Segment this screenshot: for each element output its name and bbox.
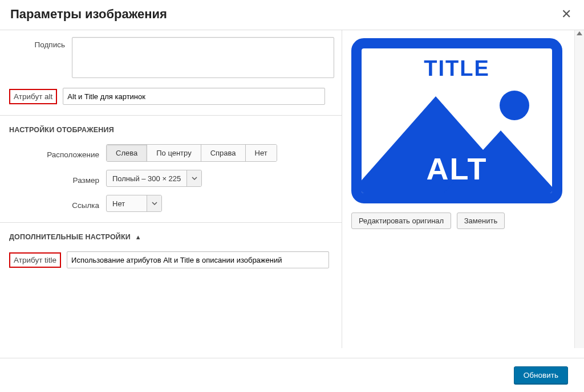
replace-button[interactable]: Заменить — [457, 213, 505, 229]
link-row: Ссылка Нет — [9, 195, 332, 212]
display-settings-heading: НАСТРОЙКИ ОТОБРАЖЕНИЯ — [9, 126, 332, 134]
alt-row: Атрибут alt — [9, 88, 332, 105]
size-select-value: Полный – 300 × 225 — [107, 170, 186, 186]
align-center-button[interactable]: По центру — [147, 145, 201, 161]
modal-header: Параметры изображения ✕ — [0, 0, 584, 30]
preview-alt-text: ALT — [427, 151, 488, 186]
align-none-button[interactable]: Нет — [246, 145, 277, 161]
advanced-section: ДОПОЛНИТЕЛЬНЫЕ НАСТРОЙКИ ▲ Атрибут title — [0, 223, 342, 279]
chevron-down-icon — [186, 170, 201, 186]
modal-title: Параметры изображения — [10, 7, 167, 22]
alt-label: Атрибут alt — [9, 89, 57, 104]
modal-body: Подпись Атрибут alt НАСТРОЙКИ ОТОБРАЖЕНИ… — [0, 30, 584, 348]
align-button-group: Слева По центру Справа Нет — [106, 144, 277, 162]
right-column: TITLE ALT Редактировать оригинал Заменит… — [342, 30, 584, 348]
align-left-button[interactable]: Слева — [107, 145, 147, 161]
left-column: Подпись Атрибут alt НАСТРОЙКИ ОТОБРАЖЕНИ… — [0, 30, 342, 348]
link-select[interactable]: Нет — [106, 195, 162, 212]
preview-title-text: TITLE — [424, 56, 490, 81]
modal-footer: Обновить — [0, 358, 584, 392]
title-attr-label: Атрибут title — [9, 252, 61, 268]
close-icon: ✕ — [561, 7, 571, 21]
link-label: Ссылка — [9, 198, 106, 210]
align-label: Расположение — [9, 147, 106, 159]
edit-original-button[interactable]: Редактировать оригинал — [351, 213, 451, 229]
scrollbar[interactable] — [574, 30, 584, 348]
align-row: Расположение Слева По центру Справа Нет — [9, 144, 332, 162]
alt-input[interactable] — [63, 88, 325, 105]
close-button[interactable]: ✕ — [559, 7, 574, 22]
preview-actions: Редактировать оригинал Заменить — [351, 213, 575, 229]
update-button[interactable]: Обновить — [514, 366, 568, 384]
size-select[interactable]: Полный – 300 × 225 — [106, 170, 202, 187]
caption-input[interactable] — [72, 37, 334, 78]
chevron-down-icon — [147, 195, 161, 211]
title-attr-input[interactable] — [67, 251, 329, 268]
caption-alt-section: Подпись Атрибут alt — [0, 30, 342, 116]
image-preview: TITLE ALT — [351, 38, 562, 203]
caption-row: Подпись — [9, 37, 332, 80]
display-settings-section: НАСТРОЙКИ ОТОБРАЖЕНИЯ Расположение Слева… — [0, 116, 342, 223]
caret-up-icon: ▲ — [135, 234, 141, 240]
caption-label: Подпись — [9, 37, 72, 49]
advanced-heading[interactable]: ДОПОЛНИТЕЛЬНЫЕ НАСТРОЙКИ ▲ — [9, 233, 332, 241]
image-details-modal: Параметры изображения ✕ Подпись Атрибут … — [0, 0, 584, 392]
size-row: Размер Полный – 300 × 225 — [9, 170, 332, 187]
align-right-button[interactable]: Справа — [201, 145, 246, 161]
link-select-value: Нет — [107, 195, 147, 211]
title-attr-row: Атрибут title — [9, 251, 332, 268]
size-label: Размер — [9, 173, 106, 185]
